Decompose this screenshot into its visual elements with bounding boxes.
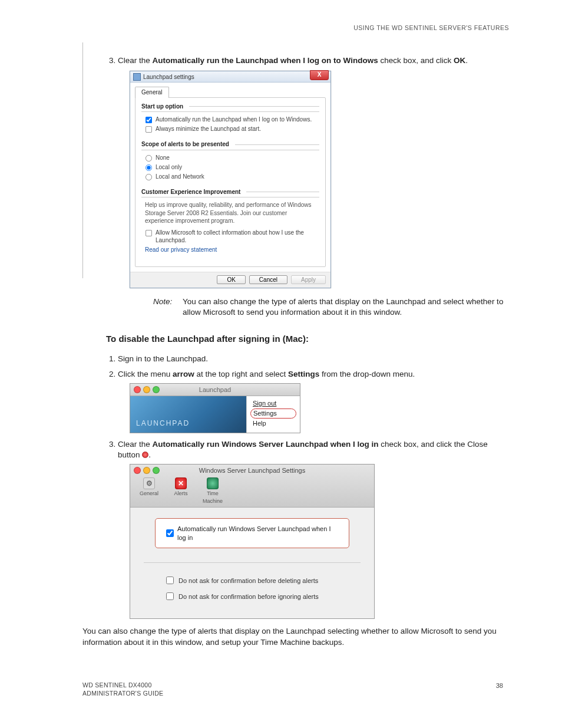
page-number: 38 — [496, 681, 503, 690]
chk-minimize[interactable] — [146, 126, 152, 133]
privacy-link[interactable]: Read our privacy statement — [145, 246, 319, 254]
page-header: USING THE WD SENTINEL SERVER'S FEATURES — [82, 24, 509, 32]
note-block: Note: You can also change the type of al… — [153, 297, 509, 318]
launchpad-settings-dialog: Launchpad settings X General Start up op… — [130, 71, 331, 288]
group-startup-title: Start up option — [141, 103, 319, 113]
note-text: You can also change the type of alerts t… — [183, 297, 509, 318]
zoom-icon[interactable] — [153, 386, 160, 393]
mac-step-1: Sign in to the Launchpad. — [118, 354, 509, 364]
mac-step-2: Click the menu arrow at the top right an… — [118, 369, 509, 433]
chk-no-confirm-ignore[interactable] — [166, 592, 174, 600]
traffic-lights[interactable] — [134, 386, 160, 393]
menu-signout[interactable]: Sign out — [247, 398, 300, 409]
chk-allow-ms[interactable] — [146, 230, 152, 236]
section-rule — [82, 42, 83, 278]
mac-dropdown: Sign out Settings Help — [246, 396, 300, 433]
menu-settings[interactable]: Settings — [250, 409, 296, 419]
win-titlebar: Launchpad settings X — [130, 71, 330, 83]
step3-text: Clear the — [118, 56, 153, 65]
opt-scope-local[interactable]: Local only — [145, 163, 319, 172]
mac-hero: LAUNCHPAD — [130, 396, 246, 433]
apply-button[interactable]: Apply — [291, 275, 326, 284]
opt-minimize[interactable]: Always minimize the Launchpad at start. — [145, 125, 319, 133]
mac-dialog-title: Windows Server Launchpad Settings — [130, 466, 374, 475]
note-label: Note: — [153, 297, 183, 318]
opt-scope-network[interactable]: Local and Network — [145, 173, 319, 181]
minimize-icon[interactable] — [143, 386, 150, 393]
footer-left: WD SENTINEL DX4000 ADMINISTRATOR'S GUIDE — [82, 681, 163, 697]
step-3-win: Clear the Automatically run the Launchpa… — [118, 55, 509, 318]
opt-allow-ms[interactable]: Allow Microsoft to collect information a… — [145, 229, 319, 245]
tab-general[interactable]: ⚙ General — [136, 477, 162, 504]
ok-button[interactable]: OK — [217, 275, 245, 284]
group-scope-title: Scope of alerts to be presented — [141, 140, 319, 150]
opt-no-confirm-delete[interactable]: Do not ask for confirmation before delet… — [164, 575, 340, 586]
step3-bold1: Automatically run the Launchpad when I l… — [153, 56, 378, 65]
opt-auto-run[interactable]: Automatically run the Launchpad when I l… — [145, 116, 319, 124]
mac-heading: To disable the Launchpad after signing i… — [106, 333, 509, 345]
step3-mid: check box, and click — [378, 56, 454, 65]
group-cei-title: Customer Experience Improvement — [141, 188, 319, 198]
win-title: Launchpad settings — [143, 73, 194, 81]
close-button[interactable]: X — [310, 70, 329, 80]
radio-local[interactable] — [146, 164, 152, 171]
chk-auto-run-mac[interactable] — [166, 529, 174, 537]
step3-suffix: . — [465, 56, 468, 65]
time-machine-icon — [207, 477, 219, 489]
radio-none[interactable] — [146, 155, 152, 162]
opt-auto-run-mac[interactable]: Automatically run Windows Server Launchp… — [155, 518, 349, 549]
close-dot-icon — [142, 452, 148, 458]
cei-desc: Help us improve quality, reliability, an… — [145, 201, 316, 225]
step3-bold2: OK — [454, 56, 465, 65]
menu-help[interactable]: Help — [247, 419, 300, 429]
window-icon — [133, 73, 141, 81]
tab-alerts[interactable]: ✕ Alerts — [168, 477, 194, 504]
opt-scope-none[interactable]: None — [145, 154, 319, 162]
closing-paragraph: You can also change the type of alerts t… — [82, 626, 509, 647]
close-icon[interactable] — [134, 386, 141, 393]
chk-no-confirm-delete[interactable] — [166, 577, 174, 584]
tab-time-machine[interactable]: Time Machine — [200, 477, 226, 504]
mac-settings-dialog: Windows Server Launchpad Settings ⚙ Gene… — [130, 464, 375, 619]
mac-mini-screenshot: Launchpad LAUNCHPAD Sign out Settings He… — [130, 383, 300, 433]
cancel-button[interactable]: Cancel — [249, 275, 287, 284]
gear-icon: ⚙ — [143, 477, 155, 489]
mac-step-3: Clear the Automatically run Windows Serv… — [118, 439, 509, 619]
radio-network[interactable] — [146, 174, 152, 180]
divider — [144, 562, 361, 563]
tab-general[interactable]: General — [135, 87, 169, 98]
alert-icon: ✕ — [175, 477, 187, 489]
chk-auto-run[interactable] — [146, 117, 152, 123]
opt-no-confirm-ignore[interactable]: Do not ask for confirmation before ignor… — [164, 591, 340, 602]
